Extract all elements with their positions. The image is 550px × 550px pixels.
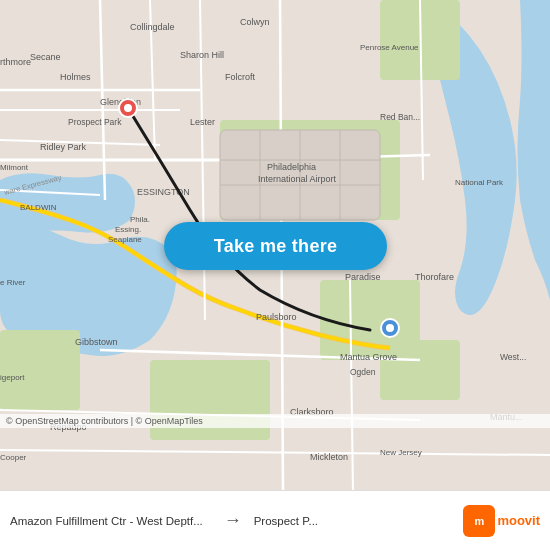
svg-text:Gibbstown: Gibbstown bbox=[75, 337, 118, 347]
svg-text:New Jersey: New Jersey bbox=[380, 448, 422, 457]
svg-text:Philadelphia: Philadelphia bbox=[267, 162, 316, 172]
arrow-icon: → bbox=[224, 510, 242, 531]
take-me-there-button[interactable]: Take me there bbox=[164, 222, 387, 270]
svg-text:e River: e River bbox=[0, 278, 26, 287]
bottom-navigation-bar: Amazon Fulfillment Ctr - West Deptf... →… bbox=[0, 490, 550, 550]
svg-rect-5 bbox=[150, 360, 270, 440]
svg-point-69 bbox=[386, 324, 394, 332]
svg-rect-6 bbox=[380, 340, 460, 400]
moovit-icon: m bbox=[463, 505, 495, 537]
svg-text:Secane: Secane bbox=[30, 52, 61, 62]
svg-text:Penrose Avenue: Penrose Avenue bbox=[360, 43, 419, 52]
svg-text:BALDWIN: BALDWIN bbox=[20, 203, 57, 212]
svg-text:Cooper: Cooper bbox=[0, 453, 27, 462]
svg-text:Prospect Park: Prospect Park bbox=[68, 117, 122, 127]
svg-text:Mantua Grove: Mantua Grove bbox=[340, 352, 397, 362]
svg-text:Paradise: Paradise bbox=[345, 272, 381, 282]
moovit-text: moovit bbox=[497, 513, 540, 528]
svg-text:Collingdale: Collingdale bbox=[130, 22, 175, 32]
svg-rect-4 bbox=[0, 330, 80, 410]
svg-text:Seaplane: Seaplane bbox=[108, 235, 142, 244]
svg-text:Mickleton: Mickleton bbox=[310, 452, 348, 462]
origin-label: Amazon Fulfillment Ctr - West Deptf... bbox=[10, 515, 218, 527]
svg-text:Folcroft: Folcroft bbox=[225, 72, 256, 82]
svg-text:igeport: igeport bbox=[0, 373, 25, 382]
svg-text:Colwyn: Colwyn bbox=[240, 17, 270, 27]
map-view: Secane Collingdale Colwyn Sharon Hill Fo… bbox=[0, 0, 550, 490]
svg-text:Phila.: Phila. bbox=[130, 215, 150, 224]
svg-text:Sharon Hill: Sharon Hill bbox=[180, 50, 224, 60]
svg-text:Thorofare: Thorofare bbox=[415, 272, 454, 282]
svg-text:Milmont: Milmont bbox=[0, 163, 29, 172]
svg-text:West...: West... bbox=[500, 352, 526, 362]
svg-text:International Airport: International Airport bbox=[258, 174, 337, 184]
svg-text:Lester: Lester bbox=[190, 117, 215, 127]
svg-text:Ogden: Ogden bbox=[350, 367, 376, 377]
svg-text:rthmore: rthmore bbox=[0, 57, 31, 67]
svg-text:Essing.: Essing. bbox=[115, 225, 141, 234]
svg-point-67 bbox=[124, 104, 132, 112]
svg-text:Red Ban...: Red Ban... bbox=[380, 112, 420, 122]
svg-text:Paulsboro: Paulsboro bbox=[256, 312, 297, 322]
destination-label: Prospect P... bbox=[248, 515, 456, 527]
svg-text:Ridley Park: Ridley Park bbox=[40, 142, 87, 152]
moovit-logo: m moovit bbox=[463, 505, 540, 537]
copyright-notice: © OpenStreetMap contributors | © OpenMap… bbox=[0, 414, 550, 428]
svg-text:Holmes: Holmes bbox=[60, 72, 91, 82]
svg-text:National Park: National Park bbox=[455, 178, 504, 187]
